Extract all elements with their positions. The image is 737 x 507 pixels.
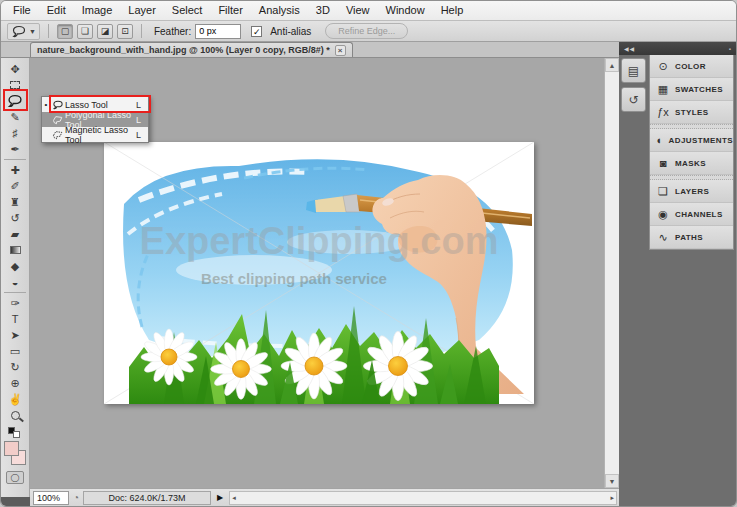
photoshop-window: File Edit Image Layer Select Filter Anal… xyxy=(0,0,737,507)
pen-tool[interactable]: ✑ xyxy=(3,295,27,311)
menu-layer[interactable]: Layer xyxy=(120,1,164,20)
feather-input[interactable] xyxy=(195,24,241,39)
menu-window[interactable]: Window xyxy=(378,1,433,20)
panel-button-column: ⊙ COLOR ▦ SWATCHES ƒx STYLES ◐ ADJUSTME xyxy=(649,55,734,250)
collapse-dock-icon[interactable]: ◀◀ xyxy=(624,45,635,52)
panel-label: CHANNELS xyxy=(675,210,723,219)
panel-button-paths[interactable]: ∿ PATHS xyxy=(650,226,733,249)
menu-filter[interactable]: Filter xyxy=(210,1,250,20)
panel-button-color[interactable]: ⊙ COLOR xyxy=(650,55,733,78)
menu-bar: File Edit Image Layer Select Filter Anal… xyxy=(1,1,736,21)
channels-panel-icon: ◉ xyxy=(656,208,670,221)
layers-panel-icon: ❏ xyxy=(656,185,670,198)
foreground-color-swatch[interactable] xyxy=(4,441,19,456)
scroll-right-icon[interactable]: ▸ xyxy=(610,494,614,502)
panel-label: PATHS xyxy=(675,233,703,242)
flyout-item-label: Magnetic Lasso Tool xyxy=(65,125,136,145)
status-clock-icon: ◔ xyxy=(73,492,79,503)
brush-tool[interactable]: ✐ xyxy=(3,178,27,194)
swatches-panel-icon: ▦ xyxy=(656,83,670,96)
screen-mode-strip[interactable] xyxy=(1,497,30,506)
move-tool[interactable]: ✥ xyxy=(3,61,27,77)
selection-mode-new-button[interactable]: ▢ xyxy=(57,24,73,39)
selection-mode-add-button[interactable]: ❏ xyxy=(77,24,93,39)
clone-stamp-tool[interactable]: ♜ xyxy=(3,194,27,210)
menu-analysis[interactable]: Analysis xyxy=(251,1,308,20)
flyout-item-label: Lasso Tool xyxy=(65,100,136,110)
anti-alias-label: Anti-alias xyxy=(270,26,311,37)
selection-mode-subtract-button[interactable]: ◪ xyxy=(97,24,113,39)
panel-dock: ◀◀ ▪ ▤ ↺ ⊙ COLOR ▦ SWATCHES xyxy=(619,42,736,506)
masks-panel-icon: ◙ xyxy=(656,157,670,169)
panel-button-styles[interactable]: ƒx STYLES xyxy=(650,101,733,124)
options-separator xyxy=(48,24,49,38)
zoom-icon xyxy=(11,411,20,420)
3d-orbit-tool[interactable]: ⊕ xyxy=(3,375,27,391)
panel-button-layers[interactable]: ❏ LAYERS xyxy=(650,180,733,203)
panel-label: STYLES xyxy=(675,108,709,117)
shape-tool[interactable]: ▭ xyxy=(3,343,27,359)
current-tool-bullet: • xyxy=(42,100,50,109)
mini-bridge-panel-icon[interactable]: ▤ xyxy=(621,58,646,83)
scroll-down-icon[interactable]: ▼ xyxy=(605,474,619,488)
gradient-tool[interactable] xyxy=(3,242,27,258)
menu-file[interactable]: File xyxy=(5,1,39,20)
vertical-scrollbar[interactable]: ▲ ▼ xyxy=(604,58,619,488)
horizontal-scrollbar[interactable]: ◂ ▸ xyxy=(229,491,617,505)
panel-button-masks[interactable]: ◙ MASKS xyxy=(650,152,733,175)
magnetic-lasso-icon xyxy=(50,130,65,140)
selection-mode-intersect-button[interactable]: ⊡ xyxy=(117,24,133,39)
zoom-level-field[interactable]: 100% xyxy=(33,491,69,505)
eraser-tool[interactable]: ▰ xyxy=(3,226,27,242)
menu-view[interactable]: View xyxy=(338,1,378,20)
zoom-tool[interactable] xyxy=(3,407,27,423)
crop-tool[interactable]: ♯ xyxy=(3,125,27,141)
menu-image[interactable]: Image xyxy=(74,1,121,20)
lasso-tool-flyout-menu: • Lasso Tool L Polygonal Lasso Tool L Ma… xyxy=(41,96,149,143)
lasso-tool[interactable] xyxy=(3,93,27,109)
hand-tool[interactable]: ✌ xyxy=(3,391,27,407)
eyedropper-tool[interactable]: ✒ xyxy=(3,141,27,157)
quick-selection-tool[interactable]: ✎ xyxy=(3,109,27,125)
panel-label: MASKS xyxy=(675,159,706,168)
menu-3d[interactable]: 3D xyxy=(308,1,338,20)
path-selection-tool[interactable]: ➤ xyxy=(3,327,27,343)
menu-select[interactable]: Select xyxy=(164,1,211,20)
dock-menu-icon[interactable]: ▪ xyxy=(729,46,731,52)
dock-header[interactable]: ◀◀ ▪ xyxy=(619,42,736,55)
menu-help[interactable]: Help xyxy=(433,1,472,20)
lasso-icon xyxy=(11,25,27,38)
history-panel-icon[interactable]: ↺ xyxy=(621,87,646,112)
anti-alias-checkbox[interactable]: ✓ xyxy=(251,26,262,37)
scroll-left-icon[interactable]: ◂ xyxy=(232,494,236,502)
flyout-shortcut: L xyxy=(136,100,148,110)
document-tab[interactable]: nature_background_with_hand.jpg @ 100% (… xyxy=(30,42,353,57)
history-brush-tool[interactable]: ↺ xyxy=(3,210,27,226)
flyout-item-magnetic-lasso[interactable]: Magnetic Lasso Tool L xyxy=(42,127,148,142)
healing-brush-tool[interactable]: ✚ xyxy=(3,162,27,178)
panel-label: COLOR xyxy=(675,62,706,71)
status-popup-arrow[interactable]: ▶ xyxy=(215,493,225,502)
refine-edge-button[interactable]: Refine Edge... xyxy=(325,23,408,39)
flyout-shortcut: L xyxy=(136,130,148,140)
3d-rotate-tool[interactable]: ↻ xyxy=(3,359,27,375)
type-tool[interactable]: T xyxy=(3,311,27,327)
watermark-tagline: Best clipping path service xyxy=(201,270,387,287)
default-colors-icon[interactable] xyxy=(8,427,22,439)
quick-mask-button[interactable]: ◯ xyxy=(6,471,24,484)
marquee-tool[interactable] xyxy=(3,77,27,93)
close-icon[interactable]: × xyxy=(335,45,346,56)
scroll-up-icon[interactable]: ▲ xyxy=(605,58,619,72)
feather-label: Feather: xyxy=(154,26,191,37)
blur-tool[interactable]: ◆ xyxy=(3,258,27,274)
canvas-image[interactable]: ExpertClipping.com Best clipping path se… xyxy=(104,142,534,404)
menu-edit[interactable]: Edit xyxy=(39,1,74,20)
color-swatches xyxy=(3,441,27,467)
tool-preset-picker[interactable]: ▼ xyxy=(7,23,40,40)
gradient-icon xyxy=(10,246,21,254)
panel-button-swatches[interactable]: ▦ SWATCHES xyxy=(650,78,733,101)
panel-button-adjustments[interactable]: ◐ ADJUSTMENTS xyxy=(650,129,733,152)
lasso-icon xyxy=(6,94,24,108)
dodge-tool[interactable]: ◒ xyxy=(3,274,27,290)
panel-button-channels[interactable]: ◉ CHANNELS xyxy=(650,203,733,226)
